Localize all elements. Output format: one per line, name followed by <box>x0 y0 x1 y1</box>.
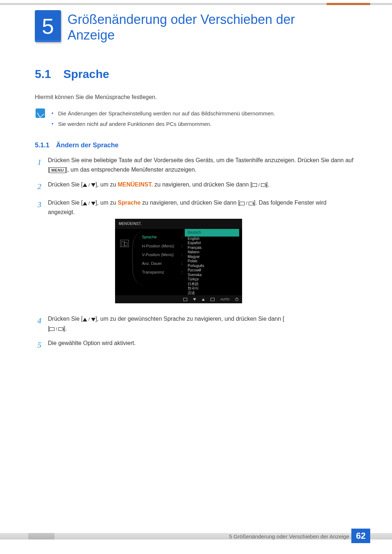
osd-lang-option: 日本語 <box>185 282 239 287</box>
osd-row-label: V-Position (Menü) <box>142 251 173 258</box>
osd-lang-option: Italiano <box>185 250 239 255</box>
chapter-title: Größenänderung oder Verschieben der Anze… <box>68 12 336 43</box>
osd-foot-power-icon <box>235 298 238 301</box>
note-item: Die Änderungen der Spracheinstellung wer… <box>52 108 275 119</box>
section-title: Sprache <box>63 67 109 81</box>
step-body: Drücken Sie [ / ], um zu MENÜEINST. zu n… <box>48 180 354 193</box>
step-body: Die gewählte Option wird aktiviert. <box>48 338 354 352</box>
step-number: 3 <box>35 198 41 309</box>
step-number: 5 <box>35 338 41 352</box>
step-number: 4 <box>35 314 41 333</box>
osd-lang-option: Polski <box>185 259 239 264</box>
step-body: Drücken Sie [ / ], um zu Sprache zu navi… <box>48 198 354 309</box>
osd-lang-option: Français <box>185 246 239 250</box>
step-5: 5 Die gewählte Option wird aktiviert. <box>35 338 354 352</box>
note-item: Sie werden nicht auf andere Funktionen d… <box>52 119 275 130</box>
up-down-icon: / <box>83 315 95 323</box>
section-intro: Hiermit können Sie die Menüsprache festl… <box>35 94 354 100</box>
section-heading: 5.1 Sprache <box>35 67 354 81</box>
step-text: zu navigieren, und drücken Sie dann [ <box>140 200 240 206</box>
osd-row-label: Anz. Dauer <box>142 260 162 267</box>
osd-foot-enter-icon <box>211 298 215 301</box>
step-text: ], um zu <box>95 200 118 206</box>
step-text: ]. <box>266 181 269 188</box>
step-4: 4 Drücken Sie [ / ], um zu der gewünscht… <box>35 314 354 333</box>
osd-lang-option: Magyar <box>185 255 239 259</box>
step-body: Drücken Sie [ / ], um zu der gewünschten… <box>48 314 354 333</box>
section: 5.1 Sprache Hiermit können Sie die Menüs… <box>35 67 354 357</box>
note-block: Die Änderungen der Spracheinstellung wer… <box>35 108 354 129</box>
osd-curve-decoration <box>132 231 143 286</box>
step-number: 1 <box>35 156 41 175</box>
osd-foot-auto: AUTO <box>220 297 229 302</box>
subsection-number: 5.1.1 <box>35 141 54 149</box>
step-number: 2 <box>35 180 41 193</box>
footer-bar-accent <box>28 533 54 539</box>
step-3: 3 Drücken Sie [ / ], um zu Sprache zu na… <box>35 198 354 309</box>
menu-button-icon: MENU <box>49 167 65 173</box>
note-icon <box>36 108 45 118</box>
osd-body: Sprache: H-Position (Menü): V-Position (… <box>115 229 242 295</box>
osd-lang-option: 汉语 <box>185 291 239 296</box>
note-list: Die Änderungen der Spracheinstellung wer… <box>52 108 275 129</box>
osd-screenshot: MENÜEINST. Sprache: H-Position (Menü): V… <box>115 219 354 304</box>
osd-category-icon <box>120 240 129 247</box>
osd-lang-option: Português <box>185 264 239 268</box>
step-text: Drücken Sie [ <box>48 181 83 188</box>
step-text: ], um das entsprechende Menüfenster anzu… <box>66 167 196 173</box>
osd-foot-up-icon <box>202 298 205 301</box>
osd-lang-option: Русский <box>185 268 239 273</box>
section-number: 5.1 <box>35 67 62 81</box>
osd-window: MENÜEINST. Sprache: H-Position (Menü): V… <box>115 219 242 304</box>
osd-lang-option: English <box>185 237 239 241</box>
highlight-sprache: Sprache <box>118 200 140 206</box>
step-text: ], um zu der gewünschten Sprache zu navi… <box>95 316 284 322</box>
source-enter-icon: / <box>252 181 266 189</box>
osd-selected-language: Deutsch <box>185 229 239 237</box>
osd-foot-back-icon <box>183 298 187 301</box>
step-text: ], um zu <box>95 181 118 188</box>
step-body: Drücken Sie eine beliebige Taste auf der… <box>48 156 354 175</box>
step-text: Drücken Sie [ <box>48 200 83 206</box>
up-down-icon: / <box>83 199 95 207</box>
osd-sidebar <box>115 229 134 295</box>
page-number: 62 <box>351 529 370 543</box>
chapter-number-badge: 5 <box>35 10 61 42</box>
step-list: 1 Drücken Sie eine beliebige Taste auf d… <box>35 156 354 352</box>
page: 5 Größenänderung oder Verschieben der An… <box>0 0 392 554</box>
osd-title: MENÜEINST. <box>115 219 242 229</box>
osd-lang-option: 한국어 <box>185 286 239 291</box>
step-text: zu navigieren, und drücken Sie dann [ <box>153 181 252 188</box>
osd-footer: AUTO <box>115 295 242 303</box>
osd-lang-option: Türkçe <box>185 277 239 282</box>
step-1: 1 Drücken Sie eine beliebige Taste auf d… <box>35 156 354 175</box>
osd-row-label: H-Position (Menü) <box>142 243 174 249</box>
subsection-heading: 5.1.1 Ändern der Sprache <box>35 141 354 149</box>
step-2: 2 Drücken Sie [ / ], um zu MENÜEINST. zu… <box>35 180 354 193</box>
footer-text: 5 Größenänderung oder Verschieben der An… <box>229 532 349 540</box>
source-enter-icon: / <box>240 199 254 207</box>
osd-foot-down-icon <box>193 298 196 301</box>
osd-lang-option: Svenska <box>185 273 239 278</box>
subsection-title: Ändern der Sprache <box>56 141 118 149</box>
osd-lang-option: Español <box>185 241 239 246</box>
osd-menu-list: Sprache: H-Position (Menü): V-Position (… <box>134 229 185 295</box>
up-down-icon: / <box>83 181 95 189</box>
highlight-menueinst: MENÜEINST. <box>118 181 153 188</box>
top-accent-highlight <box>327 3 370 5</box>
step-text: ]. <box>64 325 67 332</box>
osd-language-list: Deutsch English Español Français Italian… <box>185 229 239 295</box>
source-enter-icon: / <box>49 325 64 333</box>
osd-row-label: Transparenz <box>142 269 164 275</box>
step-text: Drücken Sie [ <box>48 316 83 322</box>
osd-row-label: Sprache <box>142 234 157 240</box>
